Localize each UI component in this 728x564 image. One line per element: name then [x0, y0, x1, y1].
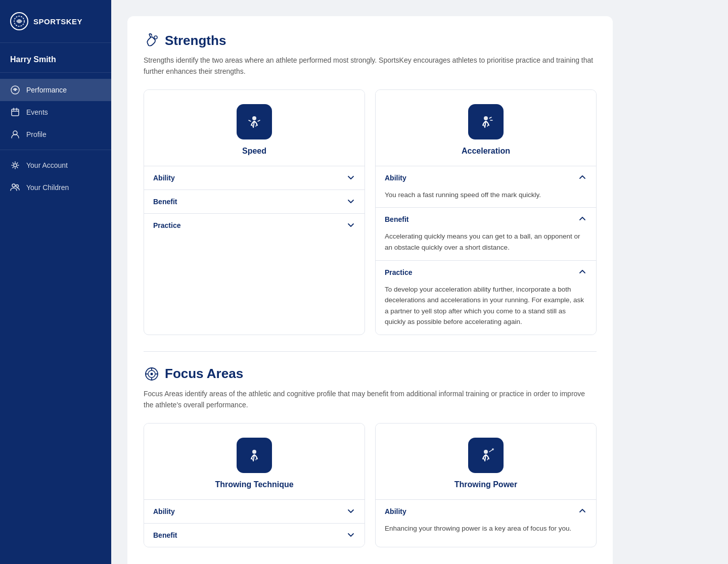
performance-label: Performance — [26, 86, 67, 94]
accel-practice-header[interactable]: Practice — [376, 261, 596, 284]
sidebar-item-profile[interactable]: Profile — [0, 123, 111, 146]
svg-point-14 — [151, 372, 153, 375]
acceleration-card: Acceleration Ability You reach a fast ru… — [375, 89, 597, 335]
accel-ability-content: You reach a fast running speed off the m… — [376, 190, 596, 208]
sidebar-item-your-children[interactable]: Your Children — [0, 176, 111, 199]
accel-benefit-chevron — [578, 215, 587, 224]
main-content: Strengths Strengths identify the two are… — [111, 0, 728, 564]
sidebar-user-name: Harry Smith — [0, 43, 111, 73]
tt-ability-section: Ability — [144, 499, 365, 523]
accel-benefit-header[interactable]: Benefit — [376, 208, 596, 231]
speed-ability-header[interactable]: Ability — [144, 166, 365, 190]
accel-practice-section: Practice To develop your acceleration ab… — [376, 260, 596, 335]
throwing-power-icon — [475, 445, 496, 466]
sidebar-logo: SPORTSKEY — [0, 0, 111, 43]
accel-benefit-content: Accelerating quickly means you can get t… — [376, 231, 596, 260]
focus-desc: Focus Areas identify areas of the athlet… — [144, 388, 597, 411]
speed-practice-header[interactable]: Practice — [144, 214, 365, 237]
tp-ability-label: Ability — [385, 507, 406, 515]
focus-header: Focus Areas — [144, 366, 597, 382]
svg-point-10 — [252, 116, 256, 120]
focus-title: Focus Areas — [165, 366, 243, 382]
speed-ability-label: Ability — [153, 174, 175, 182]
strengths-title: Strengths — [165, 33, 226, 49]
speed-icon-box — [237, 104, 272, 139]
tt-benefit-label: Benefit — [153, 531, 177, 539]
speed-benefit-section: Benefit — [144, 190, 365, 213]
acceleration-icon-box — [468, 104, 504, 139]
strengths-header: Strengths — [144, 32, 597, 49]
accel-ability-header[interactable]: Ability — [376, 166, 596, 190]
svg-point-16 — [484, 450, 488, 454]
svg-point-6 — [14, 164, 17, 167]
strengths-cards-grid: Speed Ability Benefit — [144, 89, 597, 335]
throwing-technique-card: Throwing Technique Ability Benefit — [144, 423, 365, 547]
svg-point-15 — [252, 450, 256, 454]
tt-ability-chevron — [346, 507, 355, 516]
svg-point-7 — [12, 184, 15, 187]
accel-ability-section: Ability You reach a fast running speed o… — [376, 166, 596, 208]
speed-card: Speed Ability Benefit — [144, 89, 365, 335]
strengths-desc: Strengths identify the two areas where a… — [144, 55, 597, 77]
svg-rect-4 — [12, 109, 19, 116]
speed-icon — [244, 111, 265, 132]
sidebar: SPORTSKEY Harry Smith Performance Events — [0, 0, 111, 564]
profile-label: Profile — [26, 130, 47, 138]
performance-icon — [10, 85, 20, 95]
account-icon — [10, 160, 20, 170]
tt-ability-header[interactable]: Ability — [144, 500, 365, 523]
sidebar-logo-text: SPORTSKEY — [33, 17, 82, 26]
speed-benefit-label: Benefit — [153, 198, 177, 206]
speed-benefit-chevron — [346, 197, 355, 206]
events-icon — [10, 107, 20, 117]
nav-divider — [0, 150, 111, 150]
profile-icon — [10, 129, 20, 139]
sidebar-item-performance[interactable]: Performance — [0, 79, 111, 101]
speed-benefit-header[interactable]: Benefit — [144, 190, 365, 213]
children-icon — [10, 182, 20, 193]
throwing-technique-card-header: Throwing Technique — [144, 424, 365, 499]
tp-ability-header[interactable]: Ability — [376, 500, 596, 523]
sidebar-nav: Performance Events Profile — [0, 73, 111, 564]
account-label: Your Account — [26, 161, 68, 169]
speed-ability-section: Ability — [144, 166, 365, 190]
speed-practice-section: Practice — [144, 213, 365, 237]
throwing-power-card-header: Throwing Power — [376, 424, 596, 499]
throwing-power-card-title: Throwing Power — [454, 480, 517, 489]
acceleration-icon — [475, 111, 496, 132]
speed-practice-label: Practice — [153, 221, 180, 229]
content-wrapper: Strengths Strengths identify the two are… — [127, 16, 613, 564]
accel-practice-content: To develop your acceleration ability fur… — [376, 284, 596, 335]
tt-benefit-section: Benefit — [144, 523, 365, 547]
events-label: Events — [26, 108, 48, 116]
svg-point-8 — [16, 185, 19, 187]
tt-benefit-chevron — [346, 531, 355, 540]
svg-point-11 — [484, 116, 488, 120]
acceleration-card-title: Acceleration — [462, 147, 510, 156]
section-divider — [144, 351, 597, 352]
tt-ability-label: Ability — [153, 507, 175, 515]
throwing-technique-icon — [244, 445, 265, 466]
accel-benefit-label: Benefit — [385, 215, 408, 223]
accel-benefit-section: Benefit Accelerating quickly means you c… — [376, 207, 596, 260]
focus-icon — [144, 366, 160, 382]
accel-practice-chevron — [578, 268, 587, 277]
strengths-icon — [144, 32, 160, 49]
accel-ability-label: Ability — [385, 174, 406, 182]
svg-point-3 — [14, 89, 16, 91]
speed-card-header: Speed — [144, 90, 365, 166]
focus-cards-grid: Throwing Technique Ability Benefit — [144, 423, 597, 547]
tt-benefit-header[interactable]: Benefit — [144, 524, 365, 547]
accel-ability-chevron — [578, 173, 587, 182]
sidebar-item-events[interactable]: Events — [0, 101, 111, 123]
accel-practice-label: Practice — [385, 268, 412, 276]
children-label: Your Children — [26, 183, 69, 192]
sidebar-item-your-account[interactable]: Your Account — [0, 154, 111, 176]
speed-ability-chevron — [346, 173, 355, 182]
tp-ability-section: Ability Enhancing your throwing power is… — [376, 499, 596, 541]
throwing-power-icon-box — [468, 438, 504, 473]
throwing-power-card: Throwing Power Ability Enhancing your th… — [375, 423, 597, 547]
throwing-technique-card-title: Throwing Technique — [215, 480, 293, 489]
svg-point-17 — [492, 448, 494, 450]
speed-practice-chevron — [346, 221, 355, 230]
